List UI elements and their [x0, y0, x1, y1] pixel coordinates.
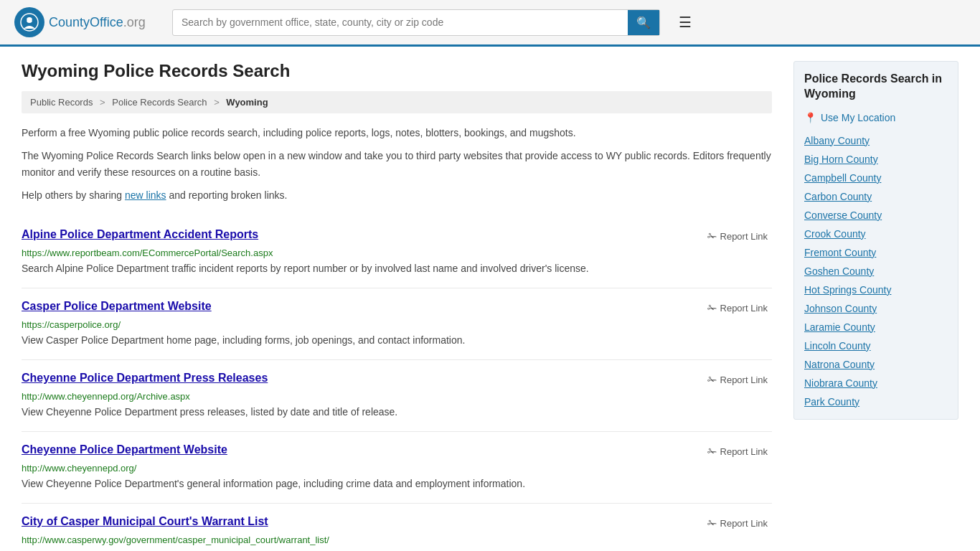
report-link-label: Report Link [720, 231, 768, 242]
breadcrumb: Public Records > Police Records Search >… [22, 91, 772, 113]
result-desc-3: View Cheyenne Police Department's genera… [22, 476, 772, 491]
result-header: Cheyenne Police Department Press Release… [22, 372, 772, 388]
sidebar-county-6[interactable]: Fremont County [804, 245, 948, 260]
sidebar-county-9[interactable]: Johnson County [804, 301, 948, 316]
sidebar-county-1[interactable]: Big Horn County [804, 152, 948, 166]
report-link-label: Report Link [720, 375, 768, 385]
page-title: Wyoming Police Records Search [22, 61, 772, 81]
result-item: Cheyenne Police Department Press Release… [22, 360, 772, 432]
scissors-icon: ✁ [707, 301, 717, 315]
report-link-label: Report Link [720, 446, 768, 457]
sidebar-county-14[interactable]: Park County [804, 395, 948, 409]
breadcrumb-current: Wyoming [226, 97, 268, 108]
breadcrumb-public-records[interactable]: Public Records [30, 97, 93, 108]
svg-point-1 [27, 17, 32, 23]
description-1: Perform a free Wyoming public police rec… [22, 125, 772, 141]
description-3: Help others by sharing new links and rep… [22, 187, 772, 203]
scissors-icon: ✁ [707, 445, 717, 458]
sidebar-county-5[interactable]: Crook County [804, 227, 948, 241]
report-link-label: Report Link [720, 518, 768, 529]
main-container: Wyoming Police Records Search Public Rec… [0, 47, 980, 551]
sidebar-box: Police Records Search in Wyoming 📍 Use M… [793, 61, 958, 420]
logo-text: CountyOffice.org [49, 15, 146, 30]
svg-point-2 [25, 19, 27, 22]
result-header: Cheyenne Police Department Website ✁ Rep… [22, 443, 772, 460]
sidebar-county-12[interactable]: Natrona County [804, 357, 948, 372]
description-2: The Wyoming Police Records Search links … [22, 148, 772, 180]
logo-icon [14, 7, 44, 37]
search-bar: 🔍 [172, 9, 660, 36]
result-url-4[interactable]: http://www.casperwy.gov/government/caspe… [22, 534, 772, 545]
result-desc-1: View Casper Police Department home page,… [22, 333, 772, 348]
sidebar-county-4[interactable]: Converse County [804, 208, 948, 222]
hamburger-icon: ☰ [679, 14, 692, 30]
result-item: Alpine Police Department Accident Report… [22, 217, 772, 288]
report-link-label: Report Link [720, 303, 768, 314]
result-url-2[interactable]: http://www.cheyennepd.org/Archive.aspx [22, 391, 772, 402]
sidebar-county-11[interactable]: Lincoln County [804, 339, 948, 353]
result-title-1[interactable]: Casper Police Department Website [22, 300, 212, 313]
report-link-button-4[interactable]: ✁ Report Link [703, 515, 772, 532]
new-links-link[interactable]: new links [125, 189, 166, 201]
location-icon: 📍 [804, 112, 816, 123]
sidebar-title: Police Records Search in Wyoming [804, 72, 948, 102]
search-icon: 🔍 [636, 17, 651, 29]
breadcrumb-sep-2: > [214, 97, 220, 108]
report-link-button-1[interactable]: ✁ Report Link [703, 300, 772, 316]
sidebar: Police Records Search in Wyoming 📍 Use M… [793, 61, 958, 551]
sidebar-county-3[interactable]: Carbon County [804, 189, 948, 204]
scissors-icon: ✁ [707, 373, 717, 387]
report-link-button-0[interactable]: ✁ Report Link [703, 228, 772, 245]
scissors-icon: ✁ [707, 517, 717, 530]
result-title-2[interactable]: Cheyenne Police Department Press Release… [22, 372, 268, 385]
result-item: Cheyenne Police Department Website ✁ Rep… [22, 432, 772, 504]
result-desc-0: Search Alpine Police Department traffic … [22, 261, 772, 276]
results-list: Alpine Police Department Accident Report… [22, 217, 772, 551]
search-button[interactable]: 🔍 [628, 10, 659, 35]
logo-area[interactable]: CountyOffice.org [14, 7, 158, 37]
result-url-3[interactable]: http://www.cheyennepd.org/ [22, 463, 772, 474]
result-url-1[interactable]: https://casperpolice.org/ [22, 319, 772, 330]
report-link-button-2[interactable]: ✁ Report Link [703, 372, 772, 388]
main-content: Wyoming Police Records Search Public Rec… [22, 61, 772, 551]
svg-point-3 [32, 19, 34, 22]
sidebar-county-0[interactable]: Albany County [804, 133, 948, 148]
county-list: Albany CountyBig Horn CountyCampbell Cou… [804, 133, 948, 409]
result-header: City of Casper Municipal Court's Warrant… [22, 515, 772, 532]
result-item: City of Casper Municipal Court's Warrant… [22, 504, 772, 551]
result-desc-2: View Cheyenne Police Department press re… [22, 405, 772, 420]
result-title-3[interactable]: Cheyenne Police Department Website [22, 443, 227, 456]
result-url-0[interactable]: https://www.reportbeam.com/ECommercePort… [22, 248, 772, 258]
report-link-button-3[interactable]: ✁ Report Link [703, 443, 772, 460]
sidebar-county-10[interactable]: Laramie County [804, 320, 948, 334]
scissors-icon: ✁ [707, 230, 717, 243]
menu-button[interactable]: ☰ [674, 9, 696, 35]
result-header: Alpine Police Department Accident Report… [22, 228, 772, 245]
sidebar-county-8[interactable]: Hot Springs County [804, 283, 948, 297]
result-title-0[interactable]: Alpine Police Department Accident Report… [22, 228, 258, 241]
use-my-location[interactable]: 📍 Use My Location [804, 112, 948, 123]
breadcrumb-sep-1: > [100, 97, 105, 108]
result-item: Casper Police Department Website ✁ Repor… [22, 288, 772, 360]
search-input[interactable] [173, 11, 628, 34]
result-header: Casper Police Department Website ✁ Repor… [22, 300, 772, 316]
sidebar-county-7[interactable]: Goshen County [804, 264, 948, 278]
breadcrumb-police-records[interactable]: Police Records Search [112, 97, 207, 108]
result-title-4[interactable]: City of Casper Municipal Court's Warrant… [22, 515, 268, 528]
sidebar-county-2[interactable]: Campbell County [804, 171, 948, 185]
sidebar-county-13[interactable]: Niobrara County [804, 376, 948, 390]
site-header: CountyOffice.org 🔍 ☰ [0, 0, 980, 47]
